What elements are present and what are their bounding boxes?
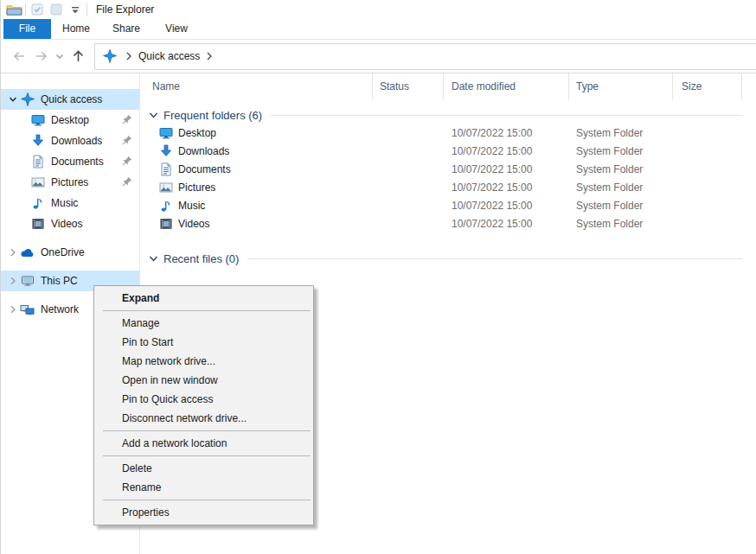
explorer-logo-icon[interactable] <box>4 1 23 18</box>
menu-item-rename[interactable]: Rename <box>94 478 313 497</box>
tree-collapsed-chevron-icon[interactable] <box>6 248 20 257</box>
sidebar-item-label: Downloads <box>51 135 102 147</box>
up-button[interactable] <box>67 45 89 67</box>
sidebar-item-label: Quick access <box>41 93 102 105</box>
menu-separator <box>103 500 311 500</box>
column-header-size[interactable]: Size <box>673 73 742 99</box>
qat-separator <box>25 3 26 16</box>
address-bar[interactable]: Quick access <box>94 43 756 70</box>
tab-share[interactable]: Share <box>101 19 151 39</box>
forward-button[interactable] <box>30 45 53 67</box>
sidebar-item-label: Pictures <box>51 176 88 188</box>
navigation-bar: Quick access <box>1 40 756 73</box>
file-row-pictures[interactable]: Pictures10/07/2022 15:00System Folder <box>140 178 756 196</box>
menu-item-properties[interactable]: Properties <box>94 503 313 522</box>
column-header-status[interactable]: Status <box>373 73 444 99</box>
breadcrumb-chevron-icon[interactable] <box>125 52 132 60</box>
recent-locations-dropdown[interactable] <box>53 45 67 67</box>
tab-file[interactable]: File <box>3 19 51 39</box>
breadcrumb-location[interactable]: Quick access <box>138 50 200 62</box>
menu-item-manage[interactable]: Manage <box>94 314 313 333</box>
sidebar-item-videos[interactable]: Videos <box>1 213 139 234</box>
column-header-type[interactable]: Type <box>569 73 673 99</box>
file-row-videos[interactable]: Videos10/07/2022 15:00System Folder <box>140 214 756 232</box>
tree-expanded-chevron-icon[interactable] <box>6 95 20 104</box>
group-collapse-chevron-icon[interactable] <box>149 255 158 263</box>
file-status <box>373 142 444 160</box>
documents-icon <box>30 155 45 169</box>
sidebar-item-label: Documents <box>51 156 104 168</box>
sidebar-item-desktop[interactable]: Desktop <box>1 110 139 131</box>
sidebar-item-music[interactable]: Music <box>1 193 139 213</box>
videos-icon <box>159 217 173 231</box>
file-size <box>673 178 742 196</box>
file-row-downloads[interactable]: Downloads10/07/2022 15:00System Folder <box>140 142 756 160</box>
tab-home[interactable]: Home <box>51 19 101 39</box>
sidebar-item-label: Music <box>51 197 78 209</box>
pin-icon <box>122 156 132 166</box>
file-type: System Folder <box>569 142 673 160</box>
quick-access-star-icon <box>20 92 35 106</box>
title-bar: File Explorer <box>1 0 756 19</box>
tree-collapsed-chevron-icon[interactable] <box>6 277 20 285</box>
pin-icon <box>122 114 132 124</box>
menu-item-map-network-drive[interactable]: Map network drive... <box>94 352 313 371</box>
file-type: System Folder <box>569 178 673 196</box>
tab-view[interactable]: View <box>151 19 202 39</box>
column-header-date-modified[interactable]: Date modified <box>444 73 569 99</box>
qat-separator <box>86 3 87 16</box>
sidebar-item-pictures[interactable]: Pictures <box>1 172 139 193</box>
file-row-documents[interactable]: Documents10/07/2022 15:00System Folder <box>140 160 756 178</box>
group-collapse-chevron-icon[interactable] <box>149 111 158 119</box>
file-size <box>673 196 742 214</box>
sidebar-item-onedrive[interactable]: OneDrive <box>1 242 139 263</box>
documents-icon <box>159 162 173 176</box>
file-date-modified: 10/07/2022 15:00 <box>444 178 569 196</box>
group-header-recent-files-0[interactable]: Recent files (0) <box>140 250 756 267</box>
file-row-music[interactable]: Music10/07/2022 15:00System Folder <box>140 196 756 214</box>
file-type: System Folder <box>569 196 673 214</box>
menu-item-pin-to-start[interactable]: Pin to Start <box>94 333 313 352</box>
window-title: File Explorer <box>96 3 154 16</box>
menu-separator <box>103 430 311 431</box>
properties-qat-icon[interactable] <box>28 1 47 18</box>
menu-item-add-a-network-location[interactable]: Add a network location <box>94 434 313 453</box>
sidebar-item-downloads[interactable]: Downloads <box>1 131 139 151</box>
file-type: System Folder <box>569 214 673 232</box>
breadcrumb-chevron-icon[interactable] <box>206 52 213 60</box>
sidebar-item-documents[interactable]: Documents <box>1 151 139 172</box>
file-size <box>673 124 742 142</box>
column-header-name[interactable]: Name <box>140 73 373 99</box>
menu-separator <box>103 310 311 311</box>
pictures-icon <box>30 175 45 189</box>
sidebar-item-quick-access[interactable]: Quick access <box>1 89 139 110</box>
back-button[interactable] <box>8 45 30 67</box>
sidebar-item-label: This PC <box>41 275 78 287</box>
music-icon <box>159 199 173 213</box>
menu-item-open-in-new-window[interactable]: Open in new window <box>94 371 313 390</box>
tree-collapsed-chevron-icon[interactable] <box>6 305 20 314</box>
menu-item-expand[interactable]: Expand <box>94 289 313 308</box>
group-header-rule <box>247 258 742 259</box>
group-header-frequent-folders-6[interactable]: Frequent folders (6) <box>140 106 756 124</box>
sidebar-item-label: Network <box>41 303 79 315</box>
file-date-modified: 10/07/2022 15:00 <box>444 142 569 160</box>
customize-qat-dropdown-icon[interactable] <box>66 1 85 18</box>
downloads-icon <box>159 144 173 158</box>
downloads-icon <box>30 134 45 148</box>
menu-item-pin-to-quick-access[interactable]: Pin to Quick access <box>94 390 313 409</box>
file-status <box>373 160 444 178</box>
sidebar-item-label: Videos <box>51 218 82 230</box>
file-status <box>373 214 444 232</box>
new-folder-qat-icon[interactable] <box>47 1 66 18</box>
file-name: Downloads <box>178 145 229 157</box>
file-size <box>673 160 742 178</box>
menu-item-delete[interactable]: Delete <box>94 459 313 478</box>
network-icon <box>20 302 35 316</box>
pin-icon <box>122 135 132 145</box>
sidebar-item-label: Desktop <box>51 114 89 126</box>
menu-item-disconnect-network-drive[interactable]: Disconnect network drive... <box>94 409 313 428</box>
column-headers: NameStatusDate modifiedTypeSize <box>140 73 756 99</box>
file-status <box>373 124 444 142</box>
file-row-desktop[interactable]: Desktop10/07/2022 15:00System Folder <box>140 124 756 142</box>
